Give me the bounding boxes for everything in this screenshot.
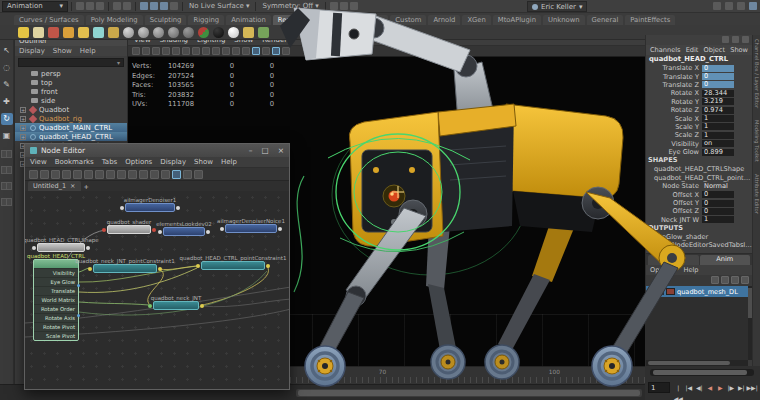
- output-plug-icon[interactable]: [77, 314, 80, 317]
- channel-value-field[interactable]: 1: [702, 123, 734, 130]
- shelf-tab[interactable]: Poly Modeling: [86, 15, 143, 25]
- sidebar-tab-channel-box[interactable]: Channel Box / Layer Editor: [754, 39, 760, 108]
- node-editor-toolbar-icon[interactable]: [106, 170, 115, 179]
- shelf-render-ball-icon[interactable]: [198, 27, 209, 38]
- menu-bookmarks[interactable]: Bookmarks: [55, 158, 94, 166]
- shelf-tab[interactable]: Unknown: [543, 15, 585, 25]
- input-plug-icon[interactable]: [32, 246, 36, 250]
- snap-grid-icon[interactable]: [140, 2, 148, 10]
- ipr-render-icon[interactable]: [340, 2, 348, 10]
- viewport-toolbar-icon[interactable]: [152, 47, 160, 55]
- menu-show[interactable]: Show: [194, 158, 213, 166]
- viewport-toolbar-icon[interactable]: [142, 47, 150, 55]
- menu-display[interactable]: Display: [19, 47, 45, 55]
- node-editor-toolbar-icon[interactable]: [139, 170, 148, 179]
- layout-four-pane-icon[interactable]: [1, 166, 12, 174]
- undo-icon[interactable]: [113, 2, 121, 10]
- outliner-item-quadbot-rig[interactable]: +Quadbot_rig: [15, 114, 127, 123]
- new-layer-from-selection-icon[interactable]: [741, 276, 749, 284]
- shelf-item-icon[interactable]: [258, 27, 269, 38]
- sidebar-toggle-tool-settings-icon[interactable]: [725, 2, 733, 10]
- viewport-toolbar-icon[interactable]: [262, 47, 270, 55]
- outliner-item-side[interactable]: side: [15, 96, 127, 105]
- shelf-tab[interactable]: Rigging: [188, 15, 224, 25]
- channel-value-field[interactable]: 3.219: [702, 98, 734, 105]
- playback-scrollbar[interactable]: [650, 369, 754, 376]
- go-to-end-button[interactable]: ▶▶|: [747, 382, 758, 400]
- shelf-item-icon[interactable]: [48, 27, 59, 38]
- notifications-icon[interactable]: [732, 36, 739, 43]
- tab-anim-layers[interactable]: Anim: [700, 255, 751, 265]
- move-layer-up-icon[interactable]: [711, 276, 719, 284]
- menu-show[interactable]: Show: [730, 46, 748, 54]
- outliner-item-top[interactable]: top: [15, 78, 127, 87]
- select-tool-icon[interactable]: ↖: [1, 45, 13, 57]
- save-scene-icon[interactable]: [96, 2, 104, 10]
- menu-edit[interactable]: Edit: [686, 46, 699, 54]
- node-aiimagerdenoisernoice1[interactable]: aiImagerDenoiserNoice1: [225, 224, 277, 233]
- shape-node-name[interactable]: quadbot_HEAD_CTRLShape: [646, 165, 752, 173]
- minimize-button[interactable]: –: [249, 146, 253, 155]
- shelf-item-icon[interactable]: [93, 27, 104, 38]
- menu-view[interactable]: View: [30, 158, 47, 166]
- expand-icon[interactable]: +: [20, 116, 26, 122]
- channel-value-field[interactable]: 0.974: [702, 107, 734, 114]
- shelf-tab[interactable]: FX: [320, 15, 339, 25]
- redo-icon[interactable]: [123, 2, 131, 10]
- shelf-tab[interactable]: Arnold: [428, 15, 460, 25]
- channel-value-field[interactable]: 28.344: [702, 90, 734, 97]
- node-editor-toolbar-icon[interactable]: [29, 170, 38, 179]
- viewport-toolbar-icon[interactable]: [232, 47, 240, 55]
- input-plug-icon[interactable]: [158, 230, 162, 234]
- new-empty-layer-icon[interactable]: [731, 276, 739, 284]
- expand-icon[interactable]: +: [20, 134, 26, 140]
- shelf-material-icon[interactable]: [228, 27, 239, 38]
- range-slider-track[interactable]: [296, 389, 642, 397]
- shelf-tab[interactable]: Animation: [226, 15, 271, 25]
- node-elementslookdev02[interactable]: elementsLookdev02: [163, 227, 205, 236]
- move-layer-down-icon[interactable]: [721, 276, 729, 284]
- step-forward-frame-button[interactable]: ▶|: [736, 382, 747, 400]
- shelf-material-icon[interactable]: [183, 27, 194, 38]
- user-account-icon[interactable]: [722, 36, 729, 43]
- expand-icon[interactable]: +: [20, 125, 26, 131]
- output-plug-icon[interactable]: [158, 267, 162, 271]
- move-tool-icon[interactable]: ✚: [1, 96, 13, 108]
- layout-persp-outliner-icon[interactable]: [1, 182, 12, 190]
- close-button[interactable]: ×: [278, 146, 284, 155]
- menu-tabs[interactable]: Tabs: [102, 158, 118, 166]
- menu-options[interactable]: Options: [650, 266, 675, 274]
- symmetry-dropdown[interactable]: Symmetry: Off ▾: [262, 2, 318, 10]
- tab-display-layers[interactable]: Display: [648, 255, 699, 265]
- node-aiimagerdenoiser1[interactable]: aiImagerDenoiser1: [125, 203, 175, 212]
- channel-value-field[interactable]: 0.899: [702, 149, 734, 156]
- outliner-item-front[interactable]: front: [15, 87, 127, 96]
- maximize-button[interactable]: □: [262, 146, 269, 155]
- shelf-tab[interactable]: FX Caching: [340, 15, 388, 25]
- shelf-tab[interactable]: Sculpting: [145, 15, 187, 25]
- channel-value-field[interactable]: 0: [702, 65, 734, 72]
- menu-channels[interactable]: Channels: [650, 46, 681, 54]
- viewport-toolbar-icon[interactable]: [162, 47, 170, 55]
- viewport-toolbar-icon[interactable]: [192, 47, 200, 55]
- viewport-toolbar-icon[interactable]: [132, 47, 140, 55]
- play-backwards-button[interactable]: ◀: [705, 382, 716, 400]
- sidebar-tab-modeling-toolkit[interactable]: Modeling Toolkit: [754, 120, 760, 162]
- sidebar-tab-attribute-editor[interactable]: Attribute Editor: [754, 174, 760, 214]
- node-editor-toolbar-icon[interactable]: [51, 170, 60, 179]
- menu-options[interactable]: Options: [125, 158, 152, 166]
- step-back-key-button[interactable]: ◀|: [694, 382, 705, 400]
- channel-value-field[interactable]: 1: [702, 216, 734, 223]
- menu-help[interactable]: Help: [683, 266, 698, 274]
- sidebar-toggle-attribute-editor-icon[interactable]: [713, 2, 721, 10]
- snap-point-icon[interactable]: [160, 2, 168, 10]
- output-plug-icon[interactable]: [206, 230, 210, 234]
- output-plug-icon[interactable]: [266, 264, 270, 268]
- shelf-item-icon[interactable]: [243, 27, 254, 38]
- render-settings-icon[interactable]: [350, 2, 358, 10]
- shelf-item-icon[interactable]: [78, 27, 89, 38]
- rotate-tool-icon[interactable]: ↻: [1, 113, 13, 125]
- step-forward-key-button[interactable]: |▶: [726, 382, 737, 400]
- shelf-material-icon[interactable]: [213, 27, 224, 38]
- output-plug-icon[interactable]: [152, 228, 156, 232]
